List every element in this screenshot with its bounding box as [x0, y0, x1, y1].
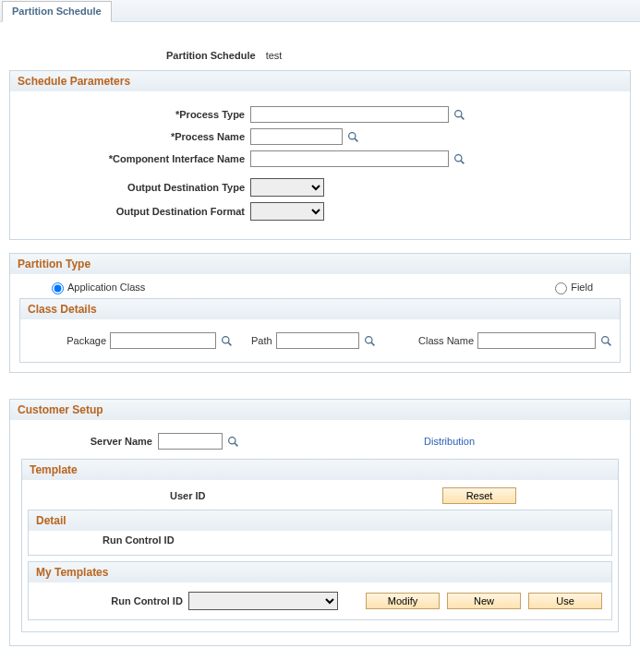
- page-header: Partition Schedule test: [0, 50, 640, 61]
- output-dest-format-label: Output Destination Format: [21, 206, 250, 217]
- my-templates-title: My Templates: [29, 562, 611, 582]
- component-interface-label: *Component Interface Name: [21, 153, 250, 164]
- path-lookup-icon[interactable]: [364, 335, 376, 347]
- process-type-input[interactable]: [250, 106, 449, 123]
- class-details-title: Class Details: [20, 299, 620, 319]
- server-name-input[interactable]: [158, 433, 223, 450]
- server-name-label: Server Name: [21, 436, 158, 447]
- header-label: Partition Schedule: [166, 50, 256, 61]
- reset-button[interactable]: Reset: [442, 487, 516, 504]
- application-class-radio[interactable]: [52, 282, 64, 294]
- process-name-input[interactable]: [250, 128, 343, 145]
- component-interface-lookup-icon[interactable]: [453, 153, 465, 165]
- partition-type-title: Partition Type: [10, 254, 630, 274]
- schedule-parameters-title: Schedule Parameters: [10, 71, 630, 91]
- distribution-link[interactable]: Distribution: [424, 436, 475, 447]
- package-input[interactable]: [110, 332, 216, 349]
- server-name-lookup-icon[interactable]: [227, 436, 239, 448]
- run-control-id-select[interactable]: [188, 592, 338, 610]
- my-templates-group: My Templates Run Control ID Modify New U…: [28, 561, 612, 620]
- svg-line-3: [355, 138, 357, 141]
- svg-line-1: [461, 116, 464, 119]
- detail-title: Detail: [29, 510, 611, 531]
- process-name-label: *Process Name: [21, 131, 250, 142]
- component-interface-input[interactable]: [250, 150, 449, 167]
- mytemplates-run-control-id-label: Run Control ID: [38, 595, 188, 606]
- process-type-lookup-icon[interactable]: [453, 109, 465, 121]
- process-type-label: *Process Type: [21, 109, 250, 120]
- process-name-lookup-icon[interactable]: [347, 131, 359, 143]
- svg-line-9: [371, 342, 374, 345]
- new-button[interactable]: New: [447, 593, 521, 609]
- schedule-parameters-group: Schedule Parameters *Process Type *Proce…: [9, 70, 631, 240]
- field-radio[interactable]: [555, 282, 567, 294]
- class-name-label: Class Name: [418, 335, 474, 346]
- tab-partition-schedule[interactable]: Partition Schedule: [2, 1, 112, 22]
- svg-point-6: [223, 336, 229, 342]
- output-dest-format-select[interactable]: [250, 202, 324, 221]
- svg-point-4: [455, 154, 462, 161]
- application-class-radio-label: Application Class: [67, 282, 145, 293]
- svg-line-13: [235, 443, 237, 446]
- svg-point-10: [602, 336, 609, 342]
- package-label: Package: [28, 335, 106, 346]
- package-lookup-icon[interactable]: [221, 335, 233, 347]
- svg-point-12: [229, 437, 235, 443]
- customer-setup-group: Customer Setup Server Name Distribution …: [9, 399, 631, 646]
- svg-line-11: [608, 342, 610, 345]
- svg-line-5: [461, 161, 464, 163]
- modify-button[interactable]: Modify: [366, 593, 440, 609]
- svg-point-8: [365, 336, 371, 342]
- template-group: Template User ID Reset Detail Run Contro…: [21, 459, 619, 632]
- use-button[interactable]: Use: [528, 593, 602, 609]
- class-name-lookup-icon[interactable]: [600, 335, 612, 347]
- user-id-label: User ID: [22, 490, 206, 501]
- svg-line-7: [228, 342, 231, 345]
- path-label: Path: [251, 335, 272, 346]
- template-title: Template: [22, 460, 618, 480]
- tab-bar: Partition Schedule: [0, 0, 640, 22]
- partition-type-group: Partition Type Application Class Field C…: [9, 253, 631, 373]
- svg-point-2: [349, 132, 356, 138]
- class-name-input[interactable]: [477, 332, 596, 349]
- detail-run-control-id-label: Run Control ID: [103, 534, 175, 546]
- svg-point-0: [455, 110, 462, 116]
- field-radio-label: Field: [571, 282, 593, 293]
- path-input[interactable]: [276, 332, 359, 349]
- detail-group: Detail Run Control ID: [28, 510, 612, 556]
- output-dest-type-select[interactable]: [250, 178, 324, 197]
- output-dest-type-label: Output Destination Type: [21, 182, 250, 193]
- class-details-group: Class Details Package Path Class Name: [19, 298, 621, 363]
- header-value: test: [266, 50, 283, 61]
- customer-setup-title: Customer Setup: [10, 400, 630, 420]
